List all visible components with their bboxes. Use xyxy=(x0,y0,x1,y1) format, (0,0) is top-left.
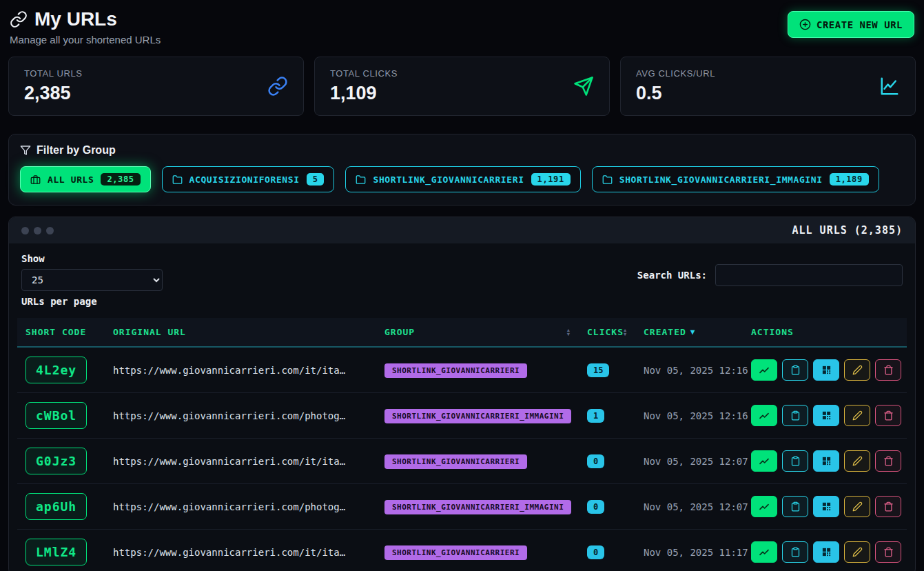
edit-button[interactable] xyxy=(844,405,870,426)
analytics-button[interactable] xyxy=(751,359,777,381)
filter-button-acquisizioniforensi[interactable]: ACQUISIZIONIFORENSI 5 xyxy=(162,166,335,192)
filter-count-badge: 2,385 xyxy=(101,173,140,186)
stat-value: 1,109 xyxy=(330,83,398,104)
group-badge[interactable]: SHORTLINK_GIOVANNICARRIERI_IMMAGINI xyxy=(384,409,571,423)
delete-button[interactable] xyxy=(875,541,901,563)
edit-icon xyxy=(852,547,863,557)
column-header-original-url[interactable]: ORIGINAL URL xyxy=(105,327,376,337)
short-code-badge[interactable]: 4L2ey xyxy=(25,357,87,383)
filter-count-badge: 1,191 xyxy=(531,173,571,186)
delete-button[interactable] xyxy=(875,496,901,517)
group-badge[interactable]: SHORTLINK_GIOVANNICARRIERI xyxy=(384,363,527,378)
send-icon xyxy=(573,76,594,97)
per-page-suffix: URLs per page xyxy=(21,296,163,307)
edit-button[interactable] xyxy=(844,359,870,381)
urls-panel: ALL URLS (2,385) Show 25 URLs per page S… xyxy=(8,217,916,571)
stat-label: AVG CLICKS/URL xyxy=(636,68,715,79)
edit-button[interactable] xyxy=(844,496,870,517)
copy-button[interactable] xyxy=(782,496,808,517)
clicks-badge: 1 xyxy=(587,409,604,423)
window-dots xyxy=(21,227,54,234)
edit-button[interactable] xyxy=(844,450,870,472)
group-badge[interactable]: SHORTLINK_GIOVANNICARRIERI_IMMAGINI xyxy=(384,500,571,514)
table-row: 4L2ey https://www.giovannicarrieri.com/i… xyxy=(17,348,907,393)
short-code-badge[interactable]: cWBol xyxy=(25,402,87,429)
copy-button[interactable] xyxy=(782,359,808,381)
create-new-url-label: CREATE NEW URL xyxy=(817,19,903,30)
filter-button-shortlink-giovannicarrieri[interactable]: SHORTLINK_GIOVANNICARRIERI 1,191 xyxy=(345,166,580,192)
urls-table: SHORT CODE ORIGINAL URL GROUP ▲▼ CLICKS … xyxy=(17,318,907,571)
original-url[interactable]: https://www.giovannicarrieri.com/photog… xyxy=(105,410,376,421)
qr-code-button[interactable] xyxy=(813,405,839,426)
original-url[interactable]: https://www.giovannicarrieri.com/it/ita… xyxy=(105,456,376,467)
short-code-badge[interactable]: ap6Uh xyxy=(25,493,87,520)
create-new-url-button[interactable]: CREATE NEW URL xyxy=(788,11,914,38)
delete-icon xyxy=(883,365,894,375)
qr-code-button[interactable] xyxy=(813,541,839,563)
stat-card-total-urls: TOTAL URLS 2,385 xyxy=(8,57,304,116)
table-row: LMlZ4 https://www.giovannicarrieri.com/i… xyxy=(17,530,907,571)
analytics-button[interactable] xyxy=(751,405,777,426)
window-dot xyxy=(46,227,54,234)
short-code-badge[interactable]: LMlZ4 xyxy=(25,539,87,565)
filter-button-all-urls[interactable]: ALL URLS 2,385 xyxy=(20,166,151,192)
link-icon xyxy=(10,10,28,28)
copy-icon xyxy=(790,501,801,512)
row-actions xyxy=(743,359,910,381)
group-badge[interactable]: SHORTLINK_GIOVANNICARRIERI xyxy=(384,454,527,469)
column-header-created[interactable]: CREATED ▼ xyxy=(635,327,743,337)
search-input[interactable] xyxy=(715,264,903,286)
link-icon xyxy=(267,76,288,97)
qr-code-button[interactable] xyxy=(813,450,839,472)
copy-button[interactable] xyxy=(782,541,808,563)
created-date: Nov 05, 2025 12:16 xyxy=(635,410,743,421)
delete-button[interactable] xyxy=(875,405,901,426)
original-url[interactable]: https://www.giovannicarrieri.com/photog… xyxy=(105,501,376,512)
briefcase-icon xyxy=(30,174,41,185)
page: My URLs Manage all your shortened URLs C… xyxy=(0,0,924,571)
analytics-chart-icon xyxy=(759,365,770,376)
filter-title: Filter by Group xyxy=(37,144,116,157)
page-header-left: My URLs Manage all your shortened URLs xyxy=(10,8,161,46)
row-actions xyxy=(743,496,910,517)
analytics-button[interactable] xyxy=(751,450,777,472)
column-header-clicks[interactable]: CLICKS ▲▼ xyxy=(579,327,635,337)
search-block: Search URLs: xyxy=(637,264,903,286)
copy-button[interactable] xyxy=(782,450,808,472)
analytics-button[interactable] xyxy=(751,541,777,563)
window-dot xyxy=(21,227,29,234)
qr-code-button[interactable] xyxy=(813,359,839,381)
edit-button[interactable] xyxy=(844,541,870,563)
column-header-group[interactable]: GROUP ▲▼ xyxy=(376,327,579,337)
table-row: cWBol https://www.giovannicarrieri.com/p… xyxy=(17,393,907,439)
row-actions xyxy=(743,405,910,426)
qr-code-button[interactable] xyxy=(813,496,839,517)
table-row: G0Jz3 https://www.giovannicarrieri.com/i… xyxy=(17,439,907,484)
copy-icon xyxy=(790,547,801,557)
filter-button-shortlink-giovannicarrieri-immagini[interactable]: SHORTLINK_GIOVANNICARRIERI_IMMAGINI 1,18… xyxy=(592,166,879,192)
filter-buttons-row: ALL URLS 2,385 ACQUISIZIONIFORENSI 5 SHO… xyxy=(20,166,904,192)
group-badge[interactable]: SHORTLINK_GIOVANNICARRIERI xyxy=(384,545,527,560)
delete-button[interactable] xyxy=(875,359,901,381)
analytics-button[interactable] xyxy=(751,496,777,517)
page-subtitle: Manage all your shortened URLs xyxy=(10,34,161,46)
column-header-short-code[interactable]: SHORT CODE xyxy=(17,327,105,337)
delete-button[interactable] xyxy=(875,450,901,472)
row-actions xyxy=(743,450,910,472)
filter-button-label: SHORTLINK_GIOVANNICARRIERI xyxy=(373,174,524,185)
qr-code-icon xyxy=(821,365,832,375)
copy-button[interactable] xyxy=(782,405,808,426)
page-header: My URLs Manage all your shortened URLs C… xyxy=(8,0,916,52)
delete-icon xyxy=(883,547,894,557)
search-label: Search URLs: xyxy=(637,270,707,281)
folder-icon xyxy=(172,174,183,185)
analytics-chart-icon xyxy=(759,410,770,421)
clicks-badge: 0 xyxy=(587,454,604,468)
created-date: Nov 05, 2025 12:07 xyxy=(635,456,743,467)
original-url[interactable]: https://www.giovannicarrieri.com/it/ita… xyxy=(105,365,376,376)
table-row: ap6Uh https://www.giovannicarrieri.com/p… xyxy=(17,484,907,530)
filter-button-label: ACQUISIZIONIFORENSI xyxy=(189,174,300,185)
per-page-select[interactable]: 25 xyxy=(21,269,163,291)
short-code-badge[interactable]: G0Jz3 xyxy=(25,448,87,474)
original-url[interactable]: https://www.giovannicarrieri.com/it/ita… xyxy=(105,547,376,558)
